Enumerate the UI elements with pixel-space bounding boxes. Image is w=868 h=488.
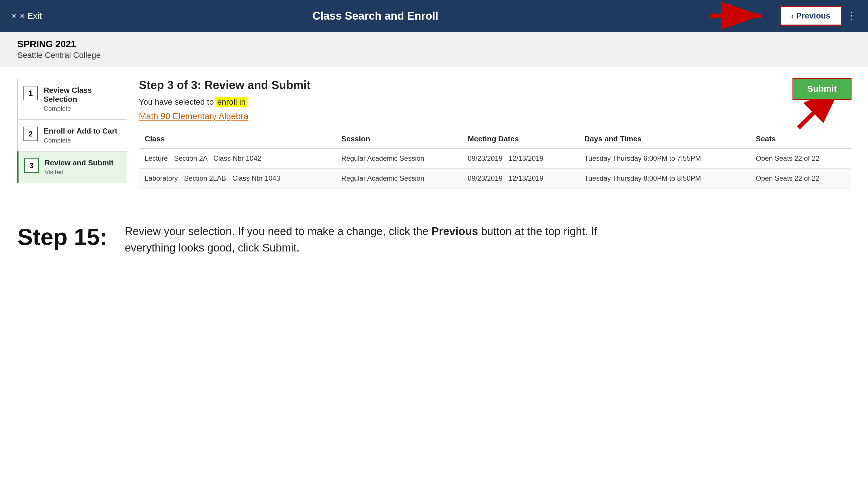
- instruction-text: Review your selection. If you need to ma…: [125, 223, 646, 256]
- top-bar-actions: ‹ Previous ⋮: [709, 3, 857, 29]
- step-2-item[interactable]: 2 Enroll or Add to Cart Complete: [18, 120, 127, 152]
- col-class: Class: [139, 130, 336, 148]
- enroll-highlight: enroll in: [216, 97, 247, 107]
- step-15-label: Step 15:: [18, 223, 107, 251]
- step-1-info: Review Class Selection Complete: [44, 86, 121, 112]
- step-1-number: 1: [24, 86, 38, 100]
- table-cell-class: Lecture - Section 2A - Class Nbr 1042: [139, 148, 336, 168]
- main-content: 1 Review Class Selection Complete 2 Enro…: [0, 67, 868, 200]
- exit-icon: ×: [11, 11, 16, 21]
- table-cell-days_times: Tuesday Thursday 8:00PM to 8:50PM: [579, 168, 750, 189]
- instruction-bold-previous: Previous: [432, 225, 478, 237]
- col-meeting-dates: Meeting Dates: [462, 130, 579, 148]
- step-2-number: 2: [24, 127, 38, 141]
- table-row: Lecture - Section 2A - Class Nbr 1042Reg…: [139, 148, 850, 168]
- step-2-title: Enroll or Add to Cart: [44, 127, 118, 136]
- exit-label[interactable]: × Exit: [20, 11, 42, 21]
- table-cell-session: Regular Academic Session: [336, 168, 462, 189]
- previous-button[interactable]: ‹ Previous: [780, 7, 841, 25]
- exit-area[interactable]: × × Exit: [11, 11, 42, 21]
- step-3-number: 3: [24, 158, 39, 173]
- term-label: SPRING 2021: [18, 39, 850, 50]
- right-content: Submit Step 3 of 3: Review and Submit Yo…: [139, 78, 850, 189]
- table-cell-meeting_dates: 09/23/2019 - 12/13/2019: [462, 168, 579, 189]
- bottom-instruction: Step 15: Review your selection. If you n…: [0, 200, 868, 273]
- more-options-icon[interactable]: ⋮: [846, 10, 857, 22]
- step-heading: Step 3 of 3: Review and Submit: [139, 78, 850, 92]
- red-arrow-top-icon: [709, 3, 773, 29]
- institution-label: Seattle Central College: [18, 51, 850, 60]
- step-3-item[interactable]: 3 Review and Submit Visited: [18, 151, 127, 183]
- enroll-text-before: You have selected to: [139, 97, 216, 106]
- table-cell-days_times: Tuesday Thursday 6:00PM to 7:55PM: [579, 148, 750, 168]
- step-2-status: Complete: [44, 137, 118, 144]
- table-cell-class: Laboratory - Section 2LAB - Class Nbr 10…: [139, 168, 336, 189]
- class-table: Class Session Meeting Dates Days and Tim…: [139, 130, 850, 189]
- col-days-times: Days and Times: [579, 130, 750, 148]
- subheader: SPRING 2021 Seattle Central College: [0, 32, 868, 67]
- step-3-status: Visited: [44, 168, 114, 176]
- table-cell-seats: Open Seats 22 of 22: [750, 168, 850, 189]
- submit-button[interactable]: Submit: [793, 78, 850, 99]
- table-cell-seats: Open Seats 22 of 22: [750, 148, 850, 168]
- table-cell-meeting_dates: 09/23/2019 - 12/13/2019: [462, 148, 579, 168]
- table-row: Laboratory - Section 2LAB - Class Nbr 10…: [139, 168, 850, 189]
- step-3-title: Review and Submit: [44, 158, 114, 167]
- col-session: Session: [336, 130, 462, 148]
- col-seats: Seats: [750, 130, 850, 148]
- step-2-info: Enroll or Add to Cart Complete: [44, 127, 118, 144]
- step-1-status: Complete: [44, 105, 121, 112]
- step-1-title: Review Class Selection: [44, 86, 121, 104]
- step-3-info: Review and Submit Visited: [44, 158, 114, 176]
- course-link[interactable]: Math 90 Elementary Algebra: [139, 111, 850, 121]
- table-cell-session: Regular Academic Session: [336, 148, 462, 168]
- page-title: Class Search and Enroll: [42, 10, 709, 22]
- top-bar: × × Exit Class Search and Enroll ‹ Previ…: [0, 0, 868, 32]
- enroll-text: You have selected to enroll in: [139, 97, 850, 107]
- steps-sidebar: 1 Review Class Selection Complete 2 Enro…: [18, 78, 127, 189]
- step-1-item[interactable]: 1 Review Class Selection Complete: [18, 78, 127, 120]
- submit-area: Submit: [793, 78, 850, 131]
